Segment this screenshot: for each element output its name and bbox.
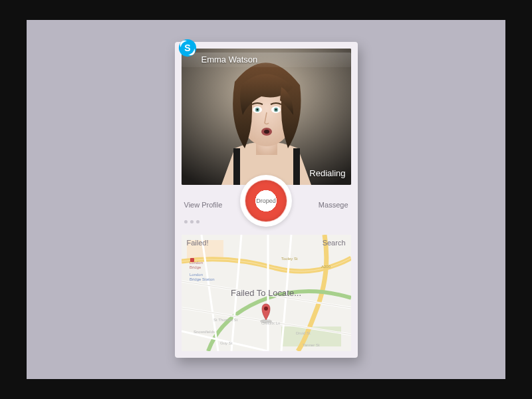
call-status: Redialing	[309, 168, 345, 178]
svg-rect-6	[233, 148, 240, 185]
svg-text:London: London	[190, 273, 203, 277]
svg-rect-7	[293, 148, 300, 185]
svg-text:St Thomas St: St Thomas St	[213, 318, 238, 322]
map-header: Failed! Search	[182, 235, 351, 251]
page-dots[interactable]	[184, 220, 200, 223]
dot-icon	[196, 220, 200, 223]
map-panel: Failed! Search	[182, 235, 351, 351]
svg-text:Druid St: Druid St	[296, 331, 311, 335]
svg-text:S: S	[184, 42, 190, 53]
stage: S	[27, 20, 505, 379]
map-overlay-text: Failed To Locate...	[231, 288, 301, 298]
dot-icon	[190, 220, 194, 223]
drop-call-button[interactable]: Droped	[240, 175, 292, 227]
dot-icon	[184, 220, 188, 223]
svg-text:Guy St: Guy St	[220, 341, 233, 345]
call-card: S	[175, 42, 358, 358]
skype-icon: S	[178, 38, 198, 58]
svg-text:Bridge: Bridge	[190, 265, 201, 269]
drop-call-ring-icon: Droped	[245, 180, 287, 221]
view-profile-link[interactable]: View Profile	[184, 201, 223, 209]
contact-photo	[182, 49, 351, 185]
svg-point-17	[264, 130, 269, 134]
contact-name-bar: Emma Watson	[182, 53, 351, 67]
svg-text:A200: A200	[321, 265, 331, 269]
svg-point-35	[264, 307, 268, 311]
svg-text:Bridge Station: Bridge Station	[190, 277, 215, 281]
contact-name: Emma Watson	[201, 55, 258, 65]
svg-text:Snowsfields: Snowsfields	[194, 330, 215, 334]
map-search-link[interactable]: Search	[323, 239, 346, 247]
message-link[interactable]: Massege	[319, 201, 348, 209]
svg-point-15	[275, 108, 277, 110]
drop-call-label: Droped	[256, 198, 276, 204]
svg-text:Tooley St: Tooley St	[281, 257, 298, 261]
map-status: Failed!	[187, 239, 209, 247]
svg-text:Tanner St: Tanner St	[303, 343, 320, 347]
svg-rect-33	[190, 258, 194, 262]
svg-point-14	[256, 108, 258, 110]
